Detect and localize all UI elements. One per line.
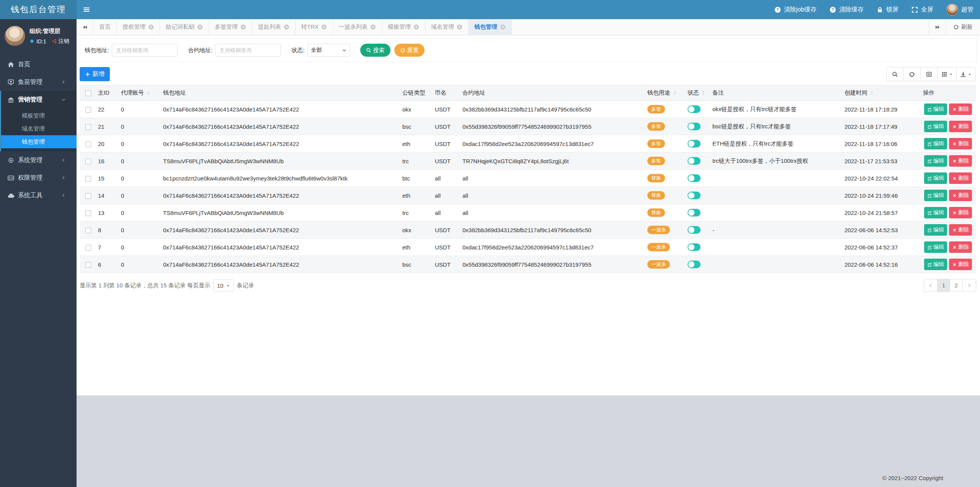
tab-mnemonic[interactable]: 助记词私钥: [160, 19, 209, 35]
tab-close-icon[interactable]: [284, 24, 289, 30]
status-toggle[interactable]: [688, 209, 701, 216]
row-checkbox[interactable]: [85, 124, 91, 130]
row-checkbox[interactable]: [85, 107, 91, 113]
delete-button[interactable]: 删除: [949, 259, 972, 270]
tab-close-icon[interactable]: [240, 24, 246, 30]
search-button[interactable]: 搜索: [360, 44, 390, 57]
tab-refresh-button[interactable]: 刷新: [946, 19, 980, 35]
row-checkbox[interactable]: [85, 228, 91, 233]
row-checkbox[interactable]: [85, 141, 91, 147]
tab-domain[interactable]: 域名管理: [425, 19, 469, 35]
sidebar-item-tools[interactable]: 系统工具: [0, 187, 77, 204]
tab-trx[interactable]: 转TRX: [296, 19, 333, 35]
tab-wallet[interactable]: 钱包管理: [469, 19, 512, 35]
row-checkbox[interactable]: [85, 193, 91, 199]
edit-button[interactable]: 编辑: [924, 103, 947, 115]
sidebar-toggle-button[interactable]: [77, 0, 96, 19]
delete-button[interactable]: 删除: [949, 207, 972, 218]
edit-button[interactable]: 编辑: [924, 207, 947, 218]
sidebar-subitem-wallet[interactable]: 钱包管理: [1, 135, 77, 148]
edit-button[interactable]: 编辑: [924, 138, 947, 149]
nav-item-lock-screen[interactable]: 锁屏: [870, 0, 905, 19]
column-header-created[interactable]: 创建时间: [841, 85, 920, 101]
tab-home[interactable]: 首页: [93, 19, 117, 35]
tab-close-icon[interactable]: [321, 24, 327, 30]
edit-button[interactable]: 编辑: [924, 172, 947, 184]
export-button[interactable]: [957, 67, 975, 81]
pagination-next-button[interactable]: [963, 279, 976, 292]
delete-button[interactable]: 删除: [949, 138, 972, 149]
status-toggle[interactable]: [688, 174, 701, 182]
tab-close-icon[interactable]: [197, 24, 203, 30]
contract-address-input[interactable]: [215, 44, 281, 57]
pagination-prev-button[interactable]: [924, 279, 938, 292]
toggle-view-button[interactable]: [921, 67, 938, 81]
status-toggle[interactable]: [688, 140, 701, 148]
column-header-agent[interactable]: 代理账号: [118, 85, 160, 101]
delete-button[interactable]: 删除: [949, 103, 972, 115]
sidebar-item-home[interactable]: 首页: [0, 56, 77, 73]
table-search-button[interactable]: [886, 67, 903, 81]
nav-item-clear-cache[interactable]: ?清除缓存: [823, 0, 870, 19]
delete-button[interactable]: 删除: [949, 190, 972, 201]
table-refresh-button[interactable]: [903, 67, 921, 81]
tab-multisig[interactable]: 多签管理: [209, 19, 252, 35]
row-checkbox[interactable]: [85, 262, 91, 268]
edit-button[interactable]: 编辑: [924, 121, 947, 132]
delete-button[interactable]: 删除: [949, 224, 972, 236]
wallet-address-input[interactable]: [112, 44, 178, 57]
sidebar-item-marketing[interactable]: 营销管理: [1, 91, 77, 108]
tab-withdraw[interactable]: 提款列表: [252, 19, 296, 35]
tabs-scroll-right-button[interactable]: [929, 19, 946, 35]
tab-close-icon[interactable]: [148, 24, 154, 30]
tab-close-icon[interactable]: [370, 24, 376, 30]
row-checkbox[interactable]: [85, 245, 91, 251]
delete-button[interactable]: 删除: [949, 155, 972, 167]
nav-item-fullscreen[interactable]: 全屏: [905, 0, 940, 19]
edit-button[interactable]: 编辑: [924, 259, 947, 270]
reset-button[interactable]: 重置: [394, 44, 425, 57]
status-toggle[interactable]: [688, 226, 701, 234]
sidebar-item-permission[interactable]: 权限管理: [0, 169, 77, 187]
logout-button[interactable]: 注销: [51, 38, 69, 45]
row-checkbox[interactable]: [85, 176, 91, 182]
tab-close-icon[interactable]: [457, 24, 462, 30]
sidebar-item-system[interactable]: 系统管理: [0, 151, 77, 169]
nav-item-clear-job-cache[interactable]: ?清除job缓存: [768, 0, 823, 19]
sidebar-item-fish[interactable]: 鱼苗管理: [0, 73, 77, 91]
app-logo[interactable]: 钱包后台管理: [0, 0, 77, 19]
column-header-usage[interactable]: 钱包用途: [644, 85, 684, 101]
edit-button[interactable]: 编辑: [924, 155, 947, 167]
tab-close-icon[interactable]: [413, 24, 419, 30]
column-header-status[interactable]: 状态: [684, 85, 709, 101]
tab-yibosha[interactable]: 一波杀列表: [333, 19, 382, 35]
status-toggle[interactable]: [688, 261, 701, 268]
status-toggle[interactable]: [688, 157, 701, 165]
edit-button[interactable]: 编辑: [924, 190, 947, 201]
status-toggle[interactable]: [688, 105, 701, 113]
pagination-page-1[interactable]: 1: [938, 279, 950, 292]
select-all-checkbox[interactable]: [85, 90, 91, 96]
pagination-page-2[interactable]: 2: [950, 279, 963, 292]
tab-close-icon[interactable]: [500, 24, 506, 30]
row-checkbox[interactable]: [85, 210, 91, 216]
sidebar-subitem-template[interactable]: 模板管理: [1, 109, 77, 122]
sidebar-subitem-domain[interactable]: 域名管理: [1, 122, 77, 135]
page-size-select[interactable]: 10: [213, 279, 234, 292]
status-toggle[interactable]: [688, 123, 701, 130]
tabs-scroll-left-button[interactable]: [77, 19, 93, 35]
tab-template[interactable]: 模板管理: [382, 19, 425, 35]
tab-auth[interactable]: 授权管理: [117, 19, 160, 35]
nav-user-menu[interactable]: 超管: [940, 0, 980, 19]
add-button[interactable]: 新增: [80, 67, 110, 81]
edit-button[interactable]: 编辑: [924, 224, 947, 236]
status-toggle[interactable]: [688, 243, 701, 251]
row-checkbox[interactable]: [85, 159, 91, 164]
delete-button[interactable]: 删除: [949, 121, 972, 132]
columns-button[interactable]: [938, 67, 957, 81]
delete-button[interactable]: 删除: [949, 241, 972, 253]
status-select[interactable]: 全部: [307, 44, 350, 57]
edit-button[interactable]: 编辑: [924, 241, 947, 253]
delete-button[interactable]: 删除: [949, 172, 972, 184]
status-toggle[interactable]: [688, 192, 701, 199]
